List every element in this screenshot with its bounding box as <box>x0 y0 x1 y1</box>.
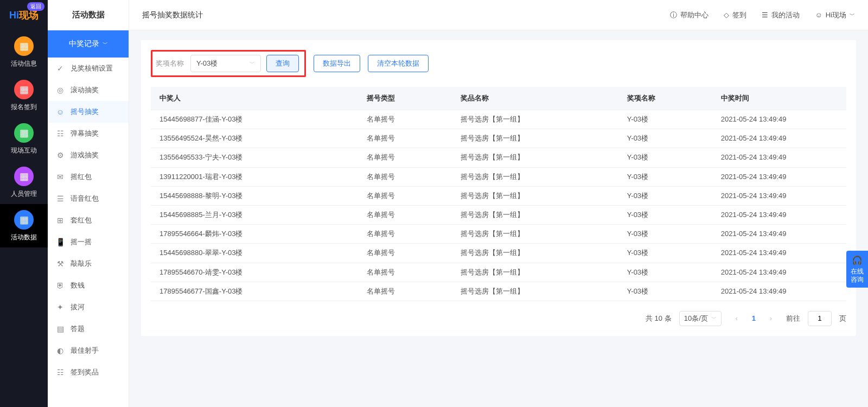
sidebar-item-icon: ⛨ <box>55 281 65 290</box>
sidebar-item-label: 拔河 <box>71 302 85 312</box>
online-consult-widget[interactable]: 🎧 在线咨询 <box>846 251 868 288</box>
sidebar-item-0[interactable]: ✓兑奖核销设置 <box>48 58 129 79</box>
cell: 13556495533-宁夫-Y-03楼 <box>151 148 358 167</box>
cell: 15445698880-翠翠-Y-03楼 <box>151 244 358 263</box>
next-page-button[interactable]: › <box>763 311 778 326</box>
record-dropdown-label: 中奖记录 <box>69 39 99 49</box>
cell: 13556495524-昊然-Y-03楼 <box>151 129 358 148</box>
sidebar-item-9[interactable]: ⚒敲敲乐 <box>48 253 129 275</box>
sidebar-item-icon: ☷ <box>55 129 65 138</box>
clear-button[interactable]: 清空本轮数据 <box>368 55 429 72</box>
sidebar-item-label: 敲敲乐 <box>71 259 92 269</box>
cell: 摇号选房【第一组】 <box>452 263 618 282</box>
sidebar-item-2[interactable]: ☺摇号抽奖 <box>48 101 129 123</box>
pin-icon: ◇ <box>724 11 729 19</box>
cell: 2021-05-24 13:49:49 <box>712 148 846 167</box>
sidebar-item-1[interactable]: ◎滚动抽奖 <box>48 79 129 101</box>
my-activities-link[interactable]: ☰ 我的活动 <box>762 10 800 20</box>
left-nav: Hi现场 返回 ▦活动信息▦报名签到▦现场互动▦人员管理▦活动数据 <box>0 0 48 407</box>
table-row: 15445698888-黎明-Y-03楼名单摇号摇号选房【第一组】Y-03楼20… <box>151 186 846 205</box>
cell: 13911220001-瑞君-Y-03楼 <box>151 167 358 186</box>
cell: 摇号选房【第一组】 <box>452 129 618 148</box>
back-badge[interactable]: 返回 <box>27 2 44 11</box>
help-link[interactable]: ⓘ 帮助中心 <box>670 10 709 20</box>
leftnav-label: 人员管理 <box>11 189 37 199</box>
cell: Y-03楼 <box>618 129 712 148</box>
sidebar-item-label: 数钱 <box>71 281 85 290</box>
record-dropdown[interactable]: 中奖记录 ﹀ <box>48 30 129 58</box>
export-button[interactable]: 数据导出 <box>314 55 360 72</box>
award-select[interactable]: Y-03楼 ﹀ <box>190 55 261 72</box>
sidebar-item-icon: ▤ <box>55 325 65 333</box>
sidebar-item-12[interactable]: ▤答题 <box>48 318 129 340</box>
cell: Y-03楼 <box>618 148 712 167</box>
leftnav-item-1[interactable]: ▦报名签到 <box>0 74 48 117</box>
leftnav-label: 活动信息 <box>11 59 37 68</box>
leftnav-item-3[interactable]: ▦人员管理 <box>0 161 48 204</box>
col-header-3: 奖项名称 <box>618 87 712 110</box>
cell: 名单摇号 <box>358 167 452 186</box>
leftnav-item-0[interactable]: ▦活动信息 <box>0 30 48 74</box>
sidebar-item-8[interactable]: 📱摇一摇 <box>48 231 129 253</box>
topbar: 摇号抽奖数据统计 ⓘ 帮助中心 ◇ 签到 ☰ 我的活动 ☺ Hi现场 ﹀ <box>129 0 868 30</box>
sidebar-item-icon: ☺ <box>55 107 65 116</box>
results-table: 中奖人摇号类型奖品名称奖项名称中奖时间 15445698877-佳涵-Y-03楼… <box>151 87 846 301</box>
query-button[interactable]: 查询 <box>266 55 299 72</box>
checkin-link[interactable]: ◇ 签到 <box>724 10 746 20</box>
sidebar-item-icon: ⊞ <box>55 216 65 225</box>
sidebar-item-label: 最佳射手 <box>71 346 99 355</box>
sidebar-item-5[interactable]: ✉摇红包 <box>48 166 129 188</box>
current-page[interactable]: 1 <box>752 314 756 322</box>
leftnav-label: 现场互动 <box>11 146 37 155</box>
cell: Y-03楼 <box>618 244 712 263</box>
col-header-4: 中奖时间 <box>712 87 846 110</box>
perpage-select[interactable]: 10条/页 ﹀ <box>679 311 722 326</box>
cell: 摇号选房【第一组】 <box>452 282 618 301</box>
goto-input[interactable] <box>808 311 832 326</box>
cell: 2021-05-24 13:49:49 <box>712 244 846 263</box>
sidebar-item-6[interactable]: ☰语音红包 <box>48 188 129 209</box>
cell: 名单摇号 <box>358 244 452 263</box>
sidebar-item-icon: ☰ <box>55 194 65 203</box>
sidebar-item-14[interactable]: ☷签到奖品 <box>48 361 129 383</box>
cell: 摇号选房【第一组】 <box>452 205 618 224</box>
sidebar-item-11[interactable]: ✦拔河 <box>48 296 129 318</box>
sidebar-item-label: 摇号抽奖 <box>71 107 99 117</box>
cell: 摇号选房【第一组】 <box>452 225 618 244</box>
chevron-down-icon: ﹀ <box>850 11 855 19</box>
cell: 摇号选房【第一组】 <box>452 167 618 186</box>
cell: 名单摇号 <box>358 110 452 129</box>
cell: Y-03楼 <box>618 186 712 205</box>
cell: 名单摇号 <box>358 205 452 224</box>
cell: 2021-05-24 13:49:49 <box>712 282 846 301</box>
table-row: 13911220001-瑞君-Y-03楼名单摇号摇号选房【第一组】Y-03楼20… <box>151 167 846 186</box>
cell: 摇号选房【第一组】 <box>452 186 618 205</box>
leftnav-item-4[interactable]: ▦活动数据 <box>0 204 48 247</box>
cell: 名单摇号 <box>358 282 452 301</box>
sidebar-item-10[interactable]: ⛨数钱 <box>48 275 129 296</box>
cell: 2021-05-24 13:49:49 <box>712 186 846 205</box>
sidebar-item-7[interactable]: ⊞套红包 <box>48 209 129 231</box>
sidebar-item-icon: ⚙ <box>55 151 65 160</box>
sidebar-item-4[interactable]: ⚙游戏抽奖 <box>48 144 129 166</box>
leftnav-icon: ▦ <box>14 123 34 143</box>
sidebar-item-13[interactable]: ◐最佳射手 <box>48 340 129 361</box>
table-row: 17895546670-靖雯-Y-03楼名单摇号摇号选房【第一组】Y-03楼20… <box>151 263 846 282</box>
sidebar-item-icon: ✓ <box>55 64 65 73</box>
filter-label: 奖项名称 <box>156 59 184 68</box>
sidebar: 活动数据 中奖记录 ﹀ ✓兑奖核销设置◎滚动抽奖☺摇号抽奖☷弹幕抽奖⚙游戏抽奖✉… <box>48 0 129 407</box>
sidebar-item-icon: 📱 <box>55 238 65 246</box>
leftnav-item-2[interactable]: ▦现场互动 <box>0 117 48 161</box>
sidebar-item-icon: ◎ <box>55 86 65 94</box>
sidebar-item-3[interactable]: ☷弹幕抽奖 <box>48 123 129 144</box>
user-menu[interactable]: ☺ Hi现场 ﹀ <box>815 10 855 20</box>
sidebar-header: 活动数据 <box>48 0 129 30</box>
cell: 2021-05-24 13:49:49 <box>712 225 846 244</box>
cell: 名单摇号 <box>358 263 452 282</box>
cell: Y-03楼 <box>618 205 712 224</box>
sidebar-item-label: 弹幕抽奖 <box>71 129 99 138</box>
sidebar-item-label: 签到奖品 <box>71 367 99 377</box>
sidebar-item-icon: ◐ <box>55 346 65 355</box>
prev-page-button[interactable]: ‹ <box>729 311 744 326</box>
logo[interactable]: Hi现场 返回 <box>0 0 48 30</box>
